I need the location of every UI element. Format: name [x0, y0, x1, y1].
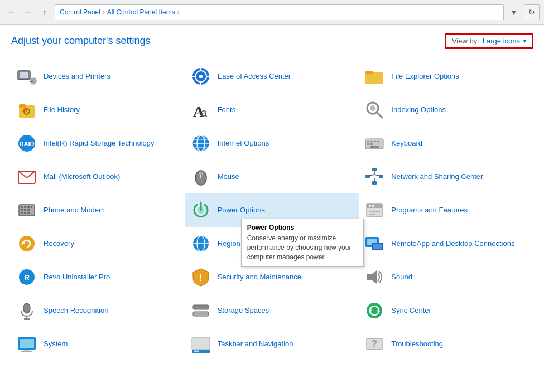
item-sync-center[interactable]: Sync Center — [359, 294, 533, 327]
item-phone-modem[interactable]: Phone and Modem — [11, 193, 185, 227]
svg-point-10 — [199, 75, 203, 78]
phone-icon — [16, 199, 38, 221]
sound-icon — [363, 266, 386, 288]
item-label-sound: Sound — [391, 273, 412, 282]
svg-point-91 — [367, 303, 382, 318]
svg-rect-38 — [370, 143, 373, 145]
svg-rect-44 — [372, 168, 377, 171]
item-label-region: Region — [218, 239, 240, 249]
item-network-sharing[interactable]: Network and Sharing Center — [359, 160, 533, 193]
item-mail[interactable]: Mail (Microsoft Outlook) — [11, 160, 185, 193]
item-label-mouse: Mouse — [218, 172, 239, 182]
refresh-button[interactable]: ↻ — [524, 4, 540, 20]
item-file-explorer-options[interactable]: File Explorer Options — [359, 60, 533, 93]
svg-rect-1 — [20, 72, 28, 78]
item-internet-options[interactable]: Internet Options — [185, 127, 359, 160]
file-history-icon — [16, 99, 38, 121]
recovery-icon — [16, 233, 38, 255]
region-icon — [190, 233, 212, 255]
item-recovery[interactable]: Recovery — [11, 227, 185, 260]
ease-icon — [190, 65, 212, 88]
item-troubleshooting[interactable]: ? Troubleshooting — [359, 327, 533, 361]
svg-rect-58 — [24, 209, 26, 211]
item-mouse[interactable]: Mouse — [185, 160, 359, 193]
svg-rect-35 — [374, 141, 376, 142]
item-label-revo: Revo Uninstaller Pro — [44, 273, 110, 282]
power-icon — [190, 199, 212, 221]
fonts-icon: Aa — [190, 99, 212, 121]
item-label-speech-recognition: Speech Recognition — [44, 306, 108, 316]
breadcrumb-item[interactable]: Control Panel — [60, 8, 100, 16]
svg-rect-96 — [23, 350, 30, 351]
item-label-fonts: Fonts — [218, 105, 236, 115]
up-button[interactable]: ↑ — [38, 6, 51, 19]
item-label-programs-features: Programs and Features — [391, 206, 468, 215]
svg-point-70 — [19, 236, 35, 251]
remoteapp-icon — [363, 233, 386, 255]
item-storage-spaces[interactable]: Storage Spaces — [185, 294, 359, 327]
address-bar[interactable]: Control Panel › All Control Panel Items … — [55, 4, 504, 20]
item-label-file-history: File History — [44, 105, 80, 115]
item-label-remoteapp: RemoteApp and Desktop Connections — [391, 239, 514, 249]
item-speech-recognition[interactable]: Speech Recognition — [11, 294, 185, 327]
item-programs-features[interactable]: Programs and Features — [359, 193, 533, 227]
item-file-history[interactable]: File History — [11, 93, 185, 127]
troubleshoot-icon: ? — [363, 333, 386, 355]
item-intel-rapid[interactable]: RAID Intel(R) Rapid Storage Technology — [11, 127, 185, 160]
item-label-file-explorer-options: File Explorer Options — [391, 72, 459, 81]
system-icon — [16, 333, 38, 355]
svg-point-66 — [369, 205, 371, 207]
item-label-troubleshooting: Troubleshooting — [391, 340, 443, 349]
item-label-security-maintenance: Security and Maintenance — [218, 273, 301, 282]
item-ease-access[interactable]: Ease of Access Center — [185, 60, 359, 93]
programs-icon — [363, 199, 386, 221]
item-security-maintenance[interactable]: ! Security and Maintenance — [185, 260, 359, 294]
item-label-network-sharing: Network and Sharing Center — [391, 172, 483, 182]
item-sound[interactable]: Sound — [359, 260, 533, 294]
item-devices-printers[interactable]: Devices and Printers — [11, 60, 185, 93]
svg-rect-95 — [20, 339, 34, 348]
svg-rect-57 — [21, 209, 23, 211]
item-power-options[interactable]: Power Options Power Options Conserve ene… — [185, 193, 359, 227]
svg-rect-36 — [377, 141, 379, 142]
page-title: Adjust your computer's settings — [11, 35, 151, 47]
svg-rect-59 — [27, 209, 30, 211]
breadcrumb-item[interactable]: All Control Panel Items — [107, 8, 175, 16]
mail-icon — [16, 166, 38, 188]
svg-point-43 — [199, 172, 203, 175]
item-indexing-options[interactable]: Indexing Options — [359, 93, 533, 127]
svg-rect-37 — [367, 143, 369, 145]
svg-rect-47 — [372, 181, 377, 185]
svg-rect-12 — [365, 71, 373, 74]
forward-button[interactable]: → — [21, 6, 35, 19]
item-remoteapp[interactable]: RemoteApp and Desktop Connections — [359, 227, 533, 260]
item-fonts[interactable]: Aa Fonts — [185, 93, 359, 127]
svg-rect-98 — [192, 337, 210, 350]
network-icon — [363, 166, 386, 188]
item-revo[interactable]: R Revo Uninstaller Pro — [11, 260, 185, 294]
items-grid: Devices and Printers Ease of Access Cent… — [11, 60, 533, 361]
keyboard-icon — [363, 132, 386, 154]
svg-text:?: ? — [372, 339, 377, 349]
item-label-storage-spaces: Storage Spaces — [218, 306, 269, 316]
svg-rect-56 — [31, 206, 32, 208]
storage-icon — [190, 299, 212, 322]
item-label-ease-access: Ease of Access Center — [218, 72, 291, 81]
item-label-indexing-options: Indexing Options — [391, 105, 446, 115]
item-keyboard[interactable]: Keyboard — [359, 127, 533, 160]
item-label-sync-center: Sync Center — [391, 306, 431, 316]
svg-rect-54 — [24, 206, 26, 208]
svg-rect-3 — [30, 81, 33, 82]
svg-text:a: a — [201, 107, 208, 119]
item-taskbar-navigation[interactable]: Taskbar and Navigation — [185, 327, 359, 361]
svg-text:RAID: RAID — [20, 141, 35, 147]
viewby-dropdown[interactable]: Large icons — [483, 37, 520, 45]
address-dropdown-button[interactable]: ▼ — [507, 6, 521, 19]
item-system[interactable]: System — [11, 327, 185, 361]
viewby-box[interactable]: View by: Large icons ▾ — [445, 33, 533, 49]
item-region[interactable]: Region — [185, 227, 359, 260]
item-label-taskbar-navigation: Taskbar and Navigation — [218, 340, 293, 349]
back-button[interactable]: ← — [4, 6, 18, 19]
internet-icon — [190, 132, 212, 154]
file-explorer-icon — [363, 65, 386, 88]
